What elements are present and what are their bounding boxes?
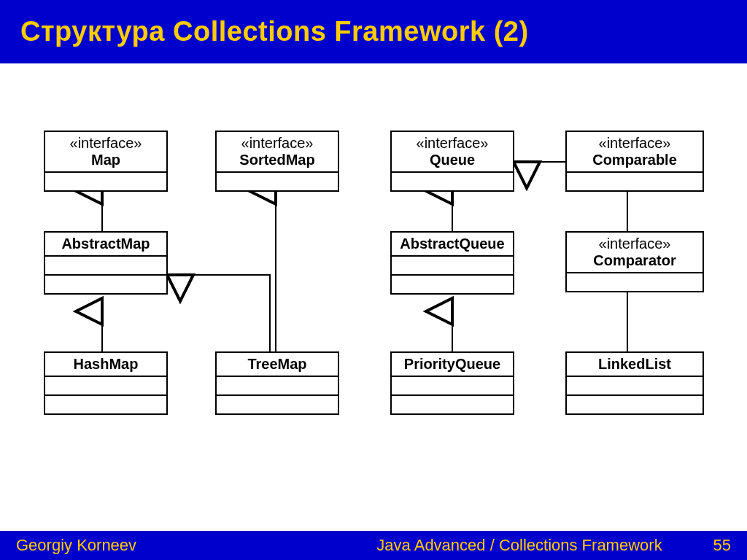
uml-sortedmap: «interface» SortedMap bbox=[215, 131, 339, 192]
class-name: AbstractMap bbox=[61, 236, 150, 252]
footer-page: 55 bbox=[687, 536, 731, 555]
class-name: HashMap bbox=[74, 356, 139, 372]
class-name: TreeMap bbox=[247, 356, 306, 372]
footer-author: Georgiy Korneev bbox=[16, 536, 352, 555]
uml-map: «interface» Map bbox=[44, 131, 168, 192]
footer-center: Java Advanced / Collections Framework bbox=[352, 536, 687, 555]
uml-queue: «interface» Queue bbox=[390, 131, 514, 192]
class-name: Comparator bbox=[593, 252, 676, 268]
stereotype: «interface» bbox=[393, 135, 511, 152]
class-name: Map bbox=[91, 152, 120, 168]
class-name: PriorityQueue bbox=[404, 356, 500, 372]
uml-abstractqueue: AbstractQueue bbox=[390, 231, 514, 295]
class-name: SortedMap bbox=[239, 152, 314, 168]
class-name: Comparable bbox=[592, 152, 677, 168]
uml-comparable: «interface» Comparable bbox=[565, 131, 704, 192]
stereotype: «interface» bbox=[568, 135, 701, 152]
stereotype: «interface» bbox=[568, 236, 701, 252]
uml-comparator: «interface» Comparator bbox=[565, 231, 704, 292]
uml-priorityqueue: PriorityQueue bbox=[390, 351, 514, 415]
diagram-canvas: «interface» Map «interface» SortedMap «i… bbox=[0, 63, 747, 530]
uml-treemap: TreeMap bbox=[215, 351, 339, 415]
uml-hashmap: HashMap bbox=[44, 351, 168, 415]
uml-linkedlist: LinkedList bbox=[565, 351, 704, 415]
uml-abstractmap: AbstractMap bbox=[44, 231, 168, 295]
class-name: LinkedList bbox=[598, 356, 671, 372]
class-name: Queue bbox=[430, 152, 475, 168]
slide-title: Структура Collections Framework (2) bbox=[0, 0, 747, 63]
stereotype: «interface» bbox=[47, 135, 165, 152]
stereotype: «interface» bbox=[218, 135, 336, 152]
class-name: AbstractQueue bbox=[400, 236, 504, 252]
slide-footer: Georgiy Korneev Java Advanced / Collecti… bbox=[0, 531, 747, 560]
